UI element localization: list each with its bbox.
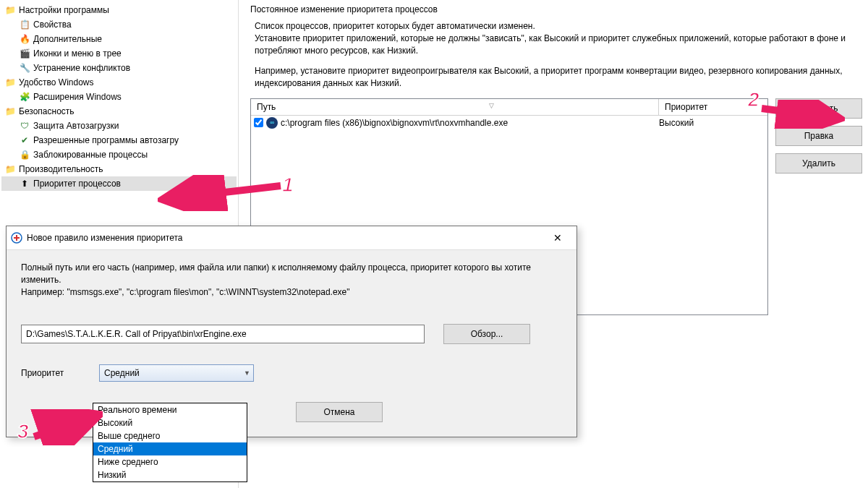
browse-button[interactable]: Обзор... — [443, 324, 530, 344]
column-path[interactable]: Путь▽ — [251, 99, 659, 115]
tree-item-conflicts[interactable]: 🔧Устранение конфликтов — [1, 61, 237, 75]
table-row[interactable]: ∞ c:\program files (x86)\bignox\bignoxvm… — [251, 116, 767, 130]
tree-item-security[interactable]: 📁Безопасность — [1, 104, 237, 119]
folder-icon: 📁 — [4, 163, 16, 175]
exe-icon: ∞ — [266, 117, 278, 129]
annotation-2: 2 — [748, 88, 760, 111]
tree-item-extensions[interactable]: 🧩Расширения Windows — [1, 90, 237, 104]
blocked-icon: 🔒 — [19, 149, 30, 160]
tree-item-allowed-programs[interactable]: ✔Разрешенные программы автозагру — [1, 133, 237, 147]
dialog-icon — [11, 232, 22, 244]
delete-button[interactable]: Удалить — [775, 153, 862, 174]
tree-item-program-settings[interactable]: 📁Настройки программы — [1, 3, 237, 17]
cancel-button[interactable]: Отмена — [296, 402, 383, 422]
priority-label: Приоритет — [21, 368, 90, 378]
folder-icon: 📁 — [4, 77, 16, 88]
priority-icon: ⬆ — [19, 178, 30, 189]
tree-item-properties[interactable]: 📋Свойства — [1, 17, 237, 32]
tree-item-performance[interactable]: 📁Производительность — [1, 162, 237, 176]
table-header: Путь▽ Приоритет — [251, 99, 767, 116]
dropdown-item-realtime[interactable]: Реального времени — [93, 403, 247, 416]
annotation-3: 3 — [17, 420, 29, 443]
new-rule-dialog: Новое правило изменения приоритета ✕ Пол… — [6, 226, 577, 437]
dropdown-item-normal[interactable]: Средний — [93, 442, 247, 455]
shield-icon: 🛡 — [19, 120, 30, 132]
path-input[interactable] — [21, 325, 425, 343]
dialog-description: Полный путь или его часть (например, имя… — [21, 262, 562, 298]
dialog-titlebar[interactable]: Новое правило изменения приоритета ✕ — [7, 226, 576, 250]
add-button[interactable]: Добавить — [775, 98, 862, 119]
folder-icon: 📁 — [4, 106, 16, 117]
dropdown-item-below-normal[interactable]: Ниже среднего — [93, 455, 247, 468]
priority-dropdown: Реального времени Высокий Выше среднего … — [93, 403, 247, 482]
tree-item-process-priority[interactable]: ⬆Приоритет процессов — [1, 176, 237, 191]
chevron-down-icon: ▼ — [244, 369, 250, 377]
tree-item-tray[interactable]: 🎬Иконки и меню в трее — [1, 46, 237, 61]
additional-icon: 🔥 — [19, 33, 30, 45]
tree-item-windows-convenience[interactable]: 📁Удобство Windows — [1, 75, 237, 90]
extensions-icon: 🧩 — [19, 91, 30, 103]
properties-icon: 📋 — [19, 19, 30, 30]
content-description: Список процессов, приоритет которых буде… — [255, 20, 858, 90]
edit-button[interactable]: Правка — [775, 126, 862, 146]
tree-item-additional[interactable]: 🔥Дополнительные — [1, 32, 237, 46]
check-icon: ✔ — [19, 134, 30, 146]
content-title: Постоянное изменение приоритета процессо… — [250, 4, 862, 14]
tree-item-blocked-processes[interactable]: 🔒Заблокированные процессы — [1, 147, 237, 162]
tree-item-autorun-protection[interactable]: 🛡Защита Автозагрузки — [1, 119, 237, 133]
tray-icon: 🎬 — [19, 48, 30, 59]
priority-select[interactable]: Средний ▼ — [99, 364, 254, 382]
conflict-icon: 🔧 — [19, 62, 30, 74]
row-checkbox[interactable] — [254, 118, 263, 127]
annotation-1: 1 — [282, 174, 294, 197]
dropdown-item-high[interactable]: Высокий — [93, 416, 247, 429]
folder-icon: 📁 — [4, 4, 16, 16]
close-icon[interactable]: ✕ — [543, 229, 572, 247]
dropdown-item-low[interactable]: Низкий — [93, 468, 247, 481]
sort-indicator-icon: ▽ — [489, 102, 494, 112]
dialog-title: Новое правило изменения приоритета — [27, 233, 543, 243]
dropdown-item-above-normal[interactable]: Выше среднего — [93, 429, 247, 442]
